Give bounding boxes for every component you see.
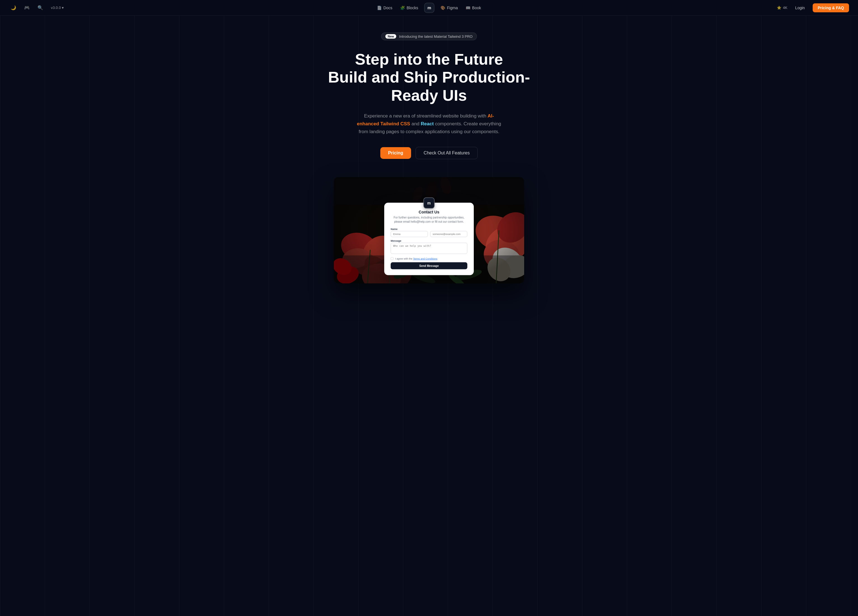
blocks-link[interactable]: 🧩 Blocks — [397, 4, 421, 12]
name-label: Name — [391, 228, 428, 231]
name-email-row: Name — [391, 228, 467, 237]
docs-icon: 📄 — [377, 6, 382, 10]
star-count-text: 4K — [783, 6, 788, 10]
login-button[interactable]: Login — [792, 4, 808, 12]
terms-checkbox[interactable] — [391, 258, 393, 260]
message-field: Message — [391, 239, 467, 255]
hero-desc-prefix: Experience a new era of streamlined webs… — [364, 113, 488, 119]
announce-new-badge: New — [385, 34, 396, 39]
github-stars[interactable]: ⭐ 4K — [777, 6, 788, 10]
main-content: New Introducing the latest Material Tail… — [0, 16, 858, 283]
email-field — [430, 228, 467, 237]
submit-button[interactable]: Send Message — [391, 262, 467, 269]
nav-center: 📄 Docs 🧩 Blocks m 🎨 Figma 📖 Book — [374, 3, 484, 13]
version-text: v3.0.0 — [51, 6, 61, 10]
gamepad-icon[interactable]: 🎮 — [22, 3, 31, 12]
nav-logo-letter: m — [427, 5, 431, 10]
docs-link[interactable]: 📄 Docs — [374, 4, 396, 12]
message-textarea[interactable] — [391, 243, 467, 254]
pricing-cta-button[interactable]: Pricing — [380, 147, 411, 159]
nav-logo[interactable]: m — [424, 3, 434, 13]
moon-icon[interactable]: 🌙 — [9, 3, 18, 12]
terms-row: I agree with the Terms and Conditions — [391, 258, 467, 260]
figma-label: Figma — [447, 6, 458, 10]
terms-text: I agree with the Terms and Conditions — [395, 258, 437, 260]
blocks-label: Blocks — [407, 6, 418, 10]
version-badge[interactable]: v3.0.0 ▾ — [49, 5, 65, 10]
name-field: Name — [391, 228, 428, 237]
card-title: Contact Us — [391, 210, 467, 214]
email-input[interactable] — [430, 231, 467, 237]
preview-container: m Contact Us For further questions, incl… — [334, 177, 524, 283]
book-link[interactable]: 📖 Book — [462, 4, 484, 12]
terms-link[interactable]: Terms and Conditions — [413, 258, 437, 260]
cta-group: Pricing Check Out All Features — [380, 147, 478, 159]
card-logo: m — [423, 197, 435, 209]
announcement-banner[interactable]: New Introducing the latest Material Tail… — [381, 33, 477, 40]
book-icon: 📖 — [466, 6, 470, 10]
docs-label: Docs — [383, 6, 392, 10]
nav-right: ⭐ 4K Login Pricing & FAQ — [777, 3, 849, 12]
figma-link[interactable]: 🎨 Figma — [437, 4, 461, 12]
blocks-icon: 🧩 — [400, 6, 405, 10]
contact-form: Name Message — [391, 228, 467, 269]
contact-card: m Contact Us For further questions, incl… — [384, 203, 474, 275]
hero-desc-react: React — [421, 121, 434, 126]
email-label — [430, 228, 467, 231]
card-logo-letter: m — [427, 201, 431, 205]
search-icon[interactable]: 🔍 — [36, 3, 45, 12]
hero-desc-mid: and — [410, 121, 421, 126]
navbar: 🌙 🎮 🔍 v3.0.0 ▾ 📄 Docs 🧩 Blocks m 🎨 Figma… — [0, 0, 858, 16]
chevron-down-icon: ▾ — [62, 6, 64, 10]
figma-icon: 🎨 — [440, 6, 445, 10]
star-icon: ⭐ — [777, 6, 781, 10]
message-label: Message — [391, 239, 467, 242]
announce-text: Introducing the latest Material Tailwind… — [399, 34, 473, 39]
hero-title-line1: Step into the Future — [355, 50, 503, 68]
hero-title: Step into the Future Build and Ship Prod… — [317, 50, 541, 104]
pricing-faq-button[interactable]: Pricing & FAQ — [813, 3, 849, 12]
name-input[interactable] — [391, 231, 428, 237]
hero-title-line2: Build and Ship Production-Ready UIs — [328, 68, 530, 104]
features-cta-button[interactable]: Check Out All Features — [415, 147, 478, 159]
floral-background: m Contact Us For further questions, incl… — [334, 177, 524, 283]
nav-left: 🌙 🎮 🔍 v3.0.0 ▾ — [9, 3, 65, 12]
card-subtitle: For further questions, including partner… — [391, 216, 467, 224]
hero-description: Experience a new era of streamlined webs… — [356, 112, 502, 136]
book-label: Book — [472, 6, 481, 10]
